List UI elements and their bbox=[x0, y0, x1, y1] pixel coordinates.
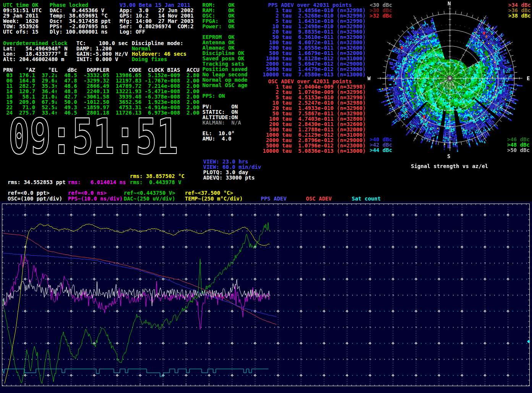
pps-adev-rows: 1 tau 3.4856e-010 (n=32998) 2 tau 2.5268… bbox=[263, 8, 366, 77]
compass-north: N bbox=[448, 1, 451, 6]
compass-west: W bbox=[367, 76, 370, 81]
rms-ppt: rms: 34.552853 ppt bbox=[8, 180, 66, 185]
big-clock: 09:51:51 bbox=[7, 114, 186, 159]
discipline-mode-holdover: Holdover: 46 secs bbox=[132, 51, 186, 57]
scale-temp: TEMP~(250 m°C/div) bbox=[185, 196, 243, 201]
compass-east: E bbox=[527, 76, 530, 81]
scale-pps: PPS~(10.0 ns/div) bbox=[68, 196, 123, 201]
discipline-mode-normal: Normal bbox=[132, 46, 151, 51]
legend-gt30dbc: >30 dBc bbox=[370, 8, 392, 13]
legend-gt38dbc: >38 dBc bbox=[508, 13, 531, 18]
polar-title: Signal strength vs az/el bbox=[411, 163, 488, 169]
legend-gt32dbc: >32 dBc bbox=[370, 13, 392, 18]
legend-gt36dbc: >36 dBc bbox=[508, 8, 531, 13]
legend-sat-count: Sat count bbox=[352, 196, 381, 201]
pv-static-altitude: PV: ON STATIC: ON ALTITUDE:ON bbox=[202, 104, 238, 120]
osc-adev-header: OSC ADEV over 42031 points bbox=[268, 79, 352, 84]
utc-status: UTC time OK bbox=[3, 2, 39, 8]
health-group2: EEPROM OK Antenna OK Almanac OK Discipli… bbox=[202, 34, 247, 88]
scale-dac: DAC~(250 uV/div) bbox=[124, 196, 175, 201]
legend-gt42dbc: >42 dBc bbox=[370, 142, 392, 147]
rms-temp: rms: 38.857502 °C bbox=[130, 173, 184, 179]
pps-adev-header: PPS ADEV over 42031 points bbox=[268, 2, 352, 8]
version-block: App: 3.0 27 Jun 2002 GPS: 10.2 14 Nov 20… bbox=[120, 8, 194, 34]
kalman-status: KALMAN: N/A bbox=[202, 120, 241, 125]
legend-gt48dbc: >48 dBc bbox=[507, 142, 530, 147]
scale-osc: OSC=(100 ppt/div) bbox=[8, 196, 62, 201]
ref-osc: ref=<0.0 ppt> bbox=[8, 190, 50, 196]
osc-adev-rows: 1 tau 2.0404e-009 (n=32998) 2 tau 1.0749… bbox=[263, 84, 366, 154]
rms-volts: rms: 0.443978 V bbox=[130, 180, 181, 185]
ref-temp: ref~<37.500 °C> bbox=[185, 190, 233, 196]
legend-gt44dbc: >44 dBc bbox=[370, 147, 392, 153]
ref-pps: ref=<0.0 ns> bbox=[68, 190, 107, 196]
odc-header: Overdetermined clock bbox=[3, 40, 68, 46]
odc-position: Lat: 54.4964948° N Lon: 18.4333777° E Al… bbox=[3, 46, 68, 62]
legend-lt30dbc: <30 dBc bbox=[370, 2, 392, 8]
phase-status: Phase locked bbox=[50, 2, 88, 8]
odc-loop-params: TC: 100.0 sec DAMP: 1.200 GAIN:-5.000 Hz… bbox=[76, 40, 128, 62]
sat-table-rows: 03 176.1 37.2↓ 48.5 -3332.05 13986.65 5.… bbox=[3, 73, 199, 115]
queue-settings: PLOTQ: 3.0 day ADEVQ: 33000 pts bbox=[203, 170, 255, 180]
health-group1: ROM: OK RAM: OK OSC: OK FPGA: OK Power: … bbox=[202, 2, 234, 29]
history-plot-canvas bbox=[0, 201, 532, 393]
legend-osc-adev: OSC ADEV bbox=[306, 196, 331, 201]
rms-ns: rms: 6.014014 ns bbox=[68, 180, 126, 185]
legend-pps-adev: PPS ADEV bbox=[261, 196, 286, 201]
view-settings: VIEW: 23.0 hrs VIEW: 60.0 min/div bbox=[203, 159, 261, 170]
compass-south: S bbox=[447, 154, 450, 159]
legend-gt40dbc: >40 dBc bbox=[370, 137, 392, 142]
sat-table-header: PRN °AZ °EL dBc DOPPLER CODE CLOCK BIAS … bbox=[3, 67, 199, 73]
discipline-mode-label: Discipline mode: bbox=[132, 40, 183, 46]
legend-gt50dbc: >50 dBc bbox=[507, 147, 530, 153]
big-clock-digits: 09:51:51 bbox=[8, 114, 178, 159]
osc-state-block: DAC: 0.445366 V Temp: 38.659691 °C Osc↑ … bbox=[50, 8, 111, 34]
version-header: V3.00 Beta 15 Jan 2011 bbox=[120, 2, 190, 8]
discipline-mode-fixes: Doing fixes bbox=[132, 57, 167, 62]
pps-on-flag: PPS: ON bbox=[202, 93, 225, 99]
utc-time-block: 09:51:51 UTC 29 Jan 2011 Week: 1620 TOW:… bbox=[3, 8, 42, 34]
legend-gt46dbc: >46 dBc bbox=[507, 137, 530, 142]
el-amu-masks: EL: 10.0° AMU: 4.0 bbox=[202, 131, 234, 141]
lady-heather-gpsdo-console: { "top": { "utc": {"status": "UTC time O… bbox=[0, 0, 532, 393]
legend-gt34dbc: >34 dBc bbox=[508, 2, 531, 8]
ref-dac: ref~<0.443750 V> bbox=[124, 190, 175, 196]
